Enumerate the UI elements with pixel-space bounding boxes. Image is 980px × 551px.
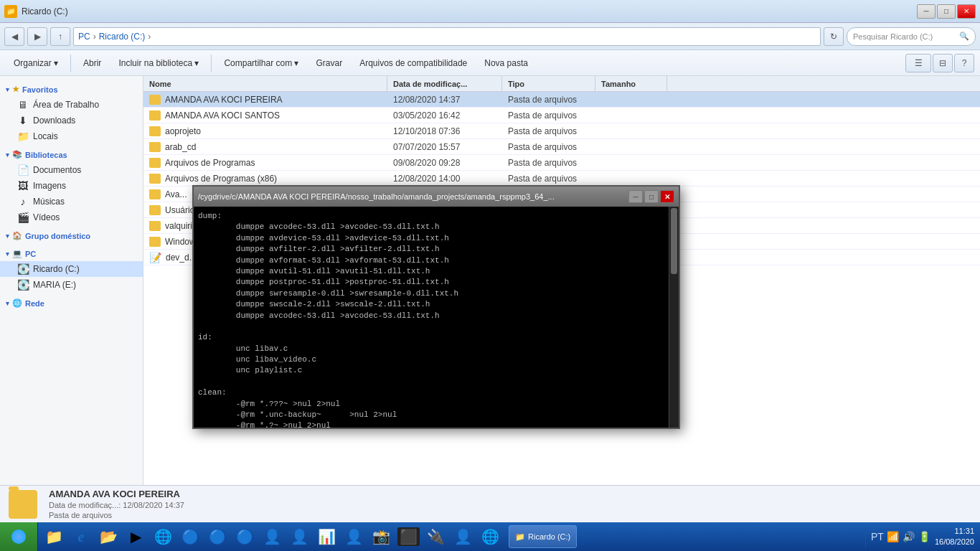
help-button[interactable]: ? bbox=[954, 54, 974, 72]
libraries-arrow: ▾ bbox=[6, 151, 9, 159]
taskbar-app-media[interactable]: ▶ bbox=[123, 524, 149, 550]
taskbar-app-terminal2[interactable]: ⬛ bbox=[395, 524, 421, 550]
taskbar-app-filezilla[interactable]: 🔌 bbox=[423, 524, 448, 550]
search-box[interactable]: Pesquisar Ricardo (C:) 🔍 bbox=[847, 27, 976, 46]
sidebar-header-homegroup[interactable]: ▾ 🏠 Grupo doméstico bbox=[0, 228, 143, 243]
terminal-close-button[interactable]: ✕ bbox=[660, 190, 674, 203]
sidebar-item-downloads[interactable]: ⬇ Downloads bbox=[0, 113, 143, 128]
taskbar-item-explorer[interactable]: 📁 Ricardo (C:) bbox=[509, 525, 577, 548]
taskbar-app-files[interactable]: 📂 bbox=[95, 524, 121, 550]
drive-e-icon: 💽 bbox=[17, 279, 29, 291]
taskbar-app-user2[interactable]: 👤 bbox=[286, 524, 312, 550]
clock-date: 16/08/2020 bbox=[935, 537, 974, 547]
documents-icon: 📄 bbox=[17, 164, 29, 176]
organize-button[interactable]: Organizar ▾ bbox=[6, 53, 66, 73]
sidebar-item-videos-label: Vídeos bbox=[33, 212, 60, 222]
sidebar-item-videos[interactable]: 🎬 Vídeos bbox=[0, 209, 143, 225]
new-folder-button[interactable]: Nova pasta bbox=[476, 53, 536, 73]
taskbar-app-user3[interactable]: 👤 bbox=[341, 524, 367, 550]
terminal-scrollbar[interactable] bbox=[669, 207, 679, 428]
sidebar-item-desktop-label: Área de Trabalho bbox=[33, 100, 99, 110]
tray-battery-icon[interactable]: 🔋 bbox=[919, 531, 930, 542]
maximize-button[interactable]: □ bbox=[937, 4, 956, 19]
status-detail1: Data de modificaç...: 12/08/2020 14:37 bbox=[49, 501, 184, 509]
folder-icon bbox=[149, 237, 161, 247]
include-library-button[interactable]: Incluir na biblioteca ▾ bbox=[110, 53, 207, 73]
sidebar-header-pc[interactable]: ▾ 💻 PC bbox=[0, 246, 143, 261]
tray-network-icon[interactable]: 📶 bbox=[887, 531, 899, 542]
burn-button[interactable]: Gravar bbox=[308, 53, 350, 73]
tray-language[interactable]: PT bbox=[872, 531, 883, 542]
breadcrumb-pc[interactable]: PC bbox=[78, 32, 90, 42]
images-icon: 🖼 bbox=[17, 180, 29, 192]
terminal-content[interactable]: dump: dumppe avcodec-53.dll >avcodec-53.… bbox=[194, 207, 679, 428]
sidebar-item-maria-e[interactable]: 💽 MARIA (E:) bbox=[0, 277, 143, 293]
col-header-size[interactable]: Tamanho bbox=[595, 76, 667, 91]
start-button[interactable] bbox=[0, 522, 38, 551]
table-row[interactable]: Arquivos de Programas (x86) 12/08/2020 1… bbox=[143, 171, 980, 187]
taskbar-app-edge[interactable]: 🌐 bbox=[150, 524, 176, 550]
language-label: PT bbox=[871, 531, 884, 542]
breadcrumb-drive[interactable]: Ricardo (C:) bbox=[99, 32, 146, 42]
sidebar-item-images[interactable]: 🖼 Imagens bbox=[0, 178, 143, 194]
col-header-type[interactable]: Tipo bbox=[502, 76, 595, 91]
taskbar-app-network2[interactable]: 🌐 bbox=[477, 524, 503, 550]
sidebar-item-maria-e-label: MARIA (E:) bbox=[33, 280, 76, 290]
network-icon: 🌐 bbox=[12, 298, 22, 308]
table-row[interactable]: arab_cd 07/07/2020 15:57 Pasta de arquiv… bbox=[143, 139, 980, 155]
terminal-minimize-button[interactable]: ─ bbox=[628, 190, 643, 203]
desktop-icon: 🖥 bbox=[17, 99, 29, 110]
taskbar-app-chrome2[interactable]: 🔵 bbox=[204, 524, 230, 550]
table-row[interactable]: AMANDA AVA KOCI PEREIRA 12/08/2020 14:37… bbox=[143, 92, 980, 108]
sidebar-item-locais[interactable]: 📁 Locais bbox=[0, 128, 143, 144]
table-row[interactable]: aoprojeto 12/10/2018 07:36 Pasta de arqu… bbox=[143, 123, 980, 139]
system-clock[interactable]: 11:31 16/08/2020 bbox=[935, 526, 974, 548]
taskbar-app-camera[interactable]: 📸 bbox=[368, 524, 394, 550]
forward-button[interactable]: ▶ bbox=[27, 27, 47, 46]
close-button[interactable]: ✕ bbox=[957, 4, 976, 19]
sidebar-header-favorites[interactable]: ▾ ★ Favoritos bbox=[0, 82, 143, 97]
sidebar-header-libraries[interactable]: ▾ 📚 Bibliotecas bbox=[0, 147, 143, 162]
taskbar-app-chart[interactable]: 📊 bbox=[314, 524, 339, 550]
sidebar-item-documents[interactable]: 📄 Documentos bbox=[0, 162, 143, 178]
view-details-button[interactable]: ☰ bbox=[905, 54, 931, 72]
sidebar-section-pc: ▾ 💻 PC 💽 Ricardo (C:) 💽 MARIA (E:) bbox=[0, 246, 143, 293]
tray-volume-icon[interactable]: 🔊 bbox=[903, 531, 915, 542]
taskbar-app-user4[interactable]: 👤 bbox=[450, 524, 476, 550]
refresh-button[interactable]: ↻ bbox=[824, 27, 844, 46]
sidebar-item-ricardo-c[interactable]: 💽 Ricardo (C:) bbox=[0, 261, 143, 277]
homegroup-icon: 🏠 bbox=[12, 231, 22, 240]
network-arrow: ▾ bbox=[6, 300, 9, 307]
open-button[interactable]: Abrir bbox=[75, 53, 109, 73]
back-button[interactable]: ◀ bbox=[4, 27, 24, 46]
sidebar-header-network[interactable]: ▾ 🌐 Rede bbox=[0, 296, 143, 311]
status-filename: AMANDA AVA KOCI PEREIRA bbox=[49, 489, 184, 499]
terminal-maximize-button[interactable]: □ bbox=[644, 190, 659, 203]
table-row[interactable]: AMANDA AVA KOCI SANTOS 03/05/2020 16:42 … bbox=[143, 108, 980, 123]
view-toggle-button[interactable]: ⊟ bbox=[933, 54, 953, 72]
taskbar-item-label: Ricardo (C:) bbox=[528, 532, 570, 541]
share-button[interactable]: Compartilhar com ▾ bbox=[216, 53, 306, 73]
search-icon: 🔍 bbox=[959, 32, 969, 41]
terminal-window-controls: ─ □ ✕ bbox=[628, 190, 674, 203]
sidebar-item-music[interactable]: ♪ Músicas bbox=[0, 194, 143, 209]
compat-button[interactable]: Arquivos de compatibilidade bbox=[352, 53, 475, 73]
sidebar-section-libraries: ▾ 📚 Bibliotecas 📄 Documentos 🖼 Imagens ♪… bbox=[0, 147, 143, 225]
sidebar-item-desktop[interactable]: 🖥 Área de Trabalho bbox=[0, 97, 143, 113]
minimize-button[interactable]: ─ bbox=[917, 4, 936, 19]
up-button[interactable]: ↑ bbox=[50, 27, 70, 46]
taskbar-app-explorer[interactable]: 📁 bbox=[41, 524, 67, 550]
terminal-body: dump: dumppe avcodec-53.dll >avcodec-53.… bbox=[194, 207, 679, 428]
favorites-label: Favoritos bbox=[22, 85, 58, 94]
breadcrumb: PC › Ricardo (C:) › bbox=[78, 32, 152, 42]
table-row[interactable]: Arquivos de Programas 09/08/2020 09:28 P… bbox=[143, 155, 980, 171]
taskbar-app-chrome1[interactable]: 🔵 bbox=[177, 524, 203, 550]
taskbar-pinned-apps: 📁 e 📂 ▶ 🌐 🔵 🔵 🔵 👤 👤 📊 👤 📸 ⬛ 🔌 👤 🌐 bbox=[38, 524, 506, 550]
col-header-date[interactable]: Data de modificaç... bbox=[387, 76, 502, 91]
taskbar-app-chrome3[interactable]: 🔵 bbox=[232, 524, 258, 550]
col-header-name[interactable]: Nome bbox=[143, 76, 387, 91]
address-bar[interactable]: PC › Ricardo (C:) › bbox=[73, 27, 821, 46]
taskbar-app-user1[interactable]: 👤 bbox=[259, 524, 285, 550]
taskbar-app-ie[interactable]: e bbox=[68, 524, 94, 550]
search-placeholder: Pesquisar Ricardo (C:) bbox=[853, 32, 933, 41]
